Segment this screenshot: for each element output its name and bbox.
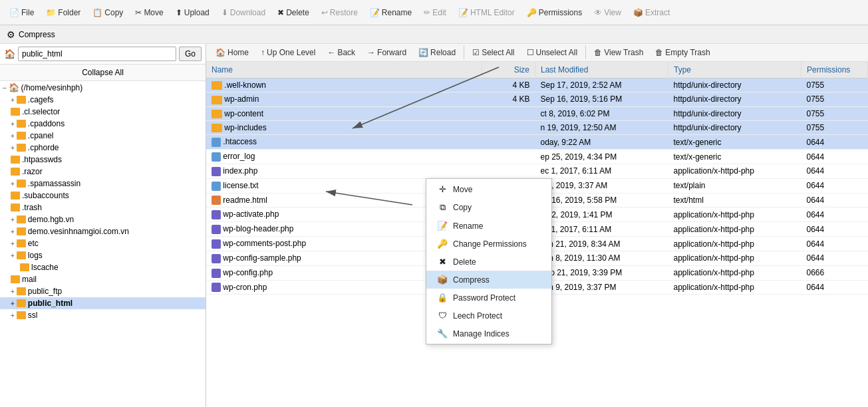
unselect-all-button[interactable]: ☐ Unselect All bbox=[521, 46, 583, 59]
table-row[interactable]: wp-includes n 19, 2019, 12:50 AM httpd/u… bbox=[206, 120, 868, 134]
ctx-item-leech-protect[interactable]: 🛡Leech Protect bbox=[426, 307, 551, 325]
tree-prefix: + bbox=[11, 144, 15, 152]
tree-item-lscache[interactable]: lscache bbox=[0, 261, 206, 273]
ctx-label: Leech Protect bbox=[453, 311, 502, 321]
col-modified[interactable]: Last Modified bbox=[535, 62, 668, 78]
ctx-icon-change-permissions: 🔑 bbox=[437, 239, 448, 249]
extract-button[interactable]: 📦 Extract bbox=[628, 5, 675, 20]
ctx-item-compress[interactable]: 📦Compress bbox=[426, 271, 551, 289]
folder-tree-icon bbox=[17, 251, 26, 259]
table-row[interactable]: wp-admin 4 KB Sep 16, 2019, 5:16 PM http… bbox=[206, 92, 868, 106]
table-row[interactable]: .htaccess oday, 9:22 AM text/x-generic 0… bbox=[206, 135, 868, 150]
tree-item-mail[interactable]: mail bbox=[0, 273, 206, 285]
cell-permissions: 0755 bbox=[801, 78, 868, 92]
move-icon: ✂ bbox=[135, 8, 142, 17]
unselect-all-icon: ☐ bbox=[527, 48, 534, 57]
ctx-icon-password-protect: 🔒 bbox=[437, 293, 448, 303]
folder-tree-icon bbox=[11, 156, 20, 164]
ctx-item-copy[interactable]: ⧉Copy bbox=[426, 198, 551, 217]
home-nav-icon: 🏠 bbox=[216, 48, 225, 57]
move-button[interactable]: ✂ Move bbox=[130, 5, 168, 20]
tree-item-cpaddons[interactable]: + .cpaddons bbox=[0, 118, 206, 130]
view-trash-button[interactable]: 🗑 View Trash bbox=[589, 46, 649, 59]
col-size[interactable]: Size bbox=[482, 62, 535, 78]
collapse-all-button[interactable]: Collapse All bbox=[0, 65, 206, 81]
cell-permissions: 0755 bbox=[801, 106, 868, 120]
col-permissions[interactable]: Permissions bbox=[801, 62, 868, 78]
cell-type: text/html bbox=[668, 193, 801, 207]
tree-item-label: public_ftp bbox=[28, 287, 62, 296]
tree-item-public_ftp[interactable]: + public_ftp bbox=[0, 285, 206, 297]
back-button[interactable]: ← Back bbox=[322, 46, 361, 59]
tree-item-spamassassin[interactable]: + .spamassassin bbox=[0, 178, 206, 190]
file-button[interactable]: 📄 File bbox=[4, 5, 39, 20]
tree-item-root[interactable]: – 🏠 (/home/vesinhph) bbox=[0, 81, 206, 94]
go-button[interactable]: Go bbox=[179, 47, 202, 61]
ctx-item-manage-indices[interactable]: 🔧Manage Indices bbox=[426, 325, 551, 342]
tree-item-razor[interactable]: .razor bbox=[0, 166, 206, 178]
cell-permissions: 0644 bbox=[801, 280, 868, 295]
tree-item-label: .subaccounts bbox=[22, 191, 69, 200]
tree-item-label: .htpasswds bbox=[22, 155, 62, 164]
cell-name: error_log bbox=[206, 150, 482, 164]
path-input[interactable]: public_html bbox=[18, 47, 176, 61]
rename-button[interactable]: 📝 Rename bbox=[364, 5, 417, 20]
cell-type: httpd/unix-directory bbox=[668, 78, 801, 92]
ctx-item-change-permissions[interactable]: 🔑Change Permissions bbox=[426, 235, 551, 253]
download-button[interactable]: ⬇ Download bbox=[216, 5, 271, 20]
empty-trash-button[interactable]: 🗑 Empty Trash bbox=[650, 46, 715, 59]
tree-item-logs[interactable]: + logs bbox=[0, 249, 206, 261]
cell-permissions: 0644 bbox=[801, 207, 868, 222]
cell-size: 4 KB bbox=[482, 78, 535, 92]
tree-item-public_html[interactable]: + public_html bbox=[0, 297, 206, 309]
cell-permissions: 0644 bbox=[801, 178, 868, 193]
tree-item-cpanel[interactable]: + .cpanel bbox=[0, 130, 206, 142]
tree-item-subaccounts[interactable]: .subaccounts bbox=[0, 190, 206, 202]
upload-button[interactable]: ⬆ Upload bbox=[170, 5, 215, 20]
tree-item-cagefs[interactable]: + .cagefs bbox=[0, 94, 206, 106]
ctx-item-delete[interactable]: ✖Delete bbox=[426, 253, 551, 271]
restore-icon: ↩ bbox=[321, 8, 328, 17]
ctx-label: Compress bbox=[453, 275, 490, 285]
forward-button[interactable]: → Forward bbox=[362, 46, 412, 59]
ctx-icon-compress: 📦 bbox=[437, 275, 448, 285]
tree-item-cphorde[interactable]: + .cphorde bbox=[0, 142, 206, 154]
table-row[interactable]: wp-content ct 8, 2019, 6:02 PM httpd/uni… bbox=[206, 106, 868, 120]
table-row[interactable]: index.php ec 1, 2017, 6:11 AM applicatio… bbox=[206, 164, 868, 178]
folder-tree-icon bbox=[17, 299, 26, 307]
col-name[interactable]: Name bbox=[206, 62, 482, 78]
html-editor-icon: 📝 bbox=[458, 8, 468, 17]
tree-prefix: + bbox=[11, 120, 15, 128]
table-row[interactable]: error_log ep 25, 2019, 4:34 PM text/x-ge… bbox=[206, 150, 868, 164]
copy-button[interactable]: 📋 Copy bbox=[87, 5, 128, 20]
cell-modified: Sep 21, 2019, 3:39 PM bbox=[535, 265, 668, 280]
select-all-button[interactable]: ☑ Select All bbox=[467, 46, 519, 59]
html-editor-button[interactable]: 📝 HTML Editor bbox=[453, 5, 520, 20]
tree-item-cl-selector[interactable]: .cl.selector bbox=[0, 106, 206, 118]
table-header-row: Name Size Last Modified Type Permissions bbox=[206, 62, 868, 78]
view-button[interactable]: 👁 View bbox=[589, 5, 627, 20]
table-row[interactable]: .well-known 4 KB Sep 17, 2019, 2:52 AM h… bbox=[206, 78, 868, 92]
tree-item-trash[interactable]: .trash bbox=[0, 202, 206, 213]
up-level-button[interactable]: ↑ Up One Level bbox=[255, 46, 321, 59]
sidebar: 🏠 public_html Go Collapse All – 🏠 (/home… bbox=[0, 44, 206, 407]
tree-item-htpasswds[interactable]: .htpasswds bbox=[0, 154, 206, 166]
ctx-item-move[interactable]: ✛Move bbox=[426, 180, 551, 198]
edit-button[interactable]: ✏ Edit bbox=[418, 5, 452, 20]
ctx-item-password-protect[interactable]: 🔒Password Protect bbox=[426, 289, 551, 307]
restore-button[interactable]: ↩ Restore bbox=[316, 5, 363, 20]
upload-icon: ⬆ bbox=[176, 8, 182, 17]
permissions-button[interactable]: 🔑 Permissions bbox=[521, 5, 587, 20]
home-nav-button[interactable]: 🏠 Home bbox=[210, 46, 254, 59]
top-toolbar: 📄 File 📁 Folder 📋 Copy ✂ Move ⬆ Upload ⬇… bbox=[0, 0, 868, 25]
tree-item-demo-hgb[interactable]: + demo.hgb.vn bbox=[0, 213, 206, 225]
reload-button[interactable]: 🔄 Reload bbox=[413, 46, 461, 59]
ctx-item-rename[interactable]: 📝Rename bbox=[426, 217, 551, 235]
tree-prefix: + bbox=[11, 300, 15, 307]
delete-button[interactable]: ✖ Delete bbox=[272, 5, 315, 20]
col-type[interactable]: Type bbox=[668, 62, 801, 78]
tree-item-ssl[interactable]: + ssl bbox=[0, 309, 206, 321]
tree-item-demo-vesinhnamgioi[interactable]: + demo.vesinhnamgioi.com.vn bbox=[0, 225, 206, 237]
folder-button[interactable]: 📁 Folder bbox=[41, 5, 86, 20]
tree-item-etc[interactable]: + etc bbox=[0, 237, 206, 249]
